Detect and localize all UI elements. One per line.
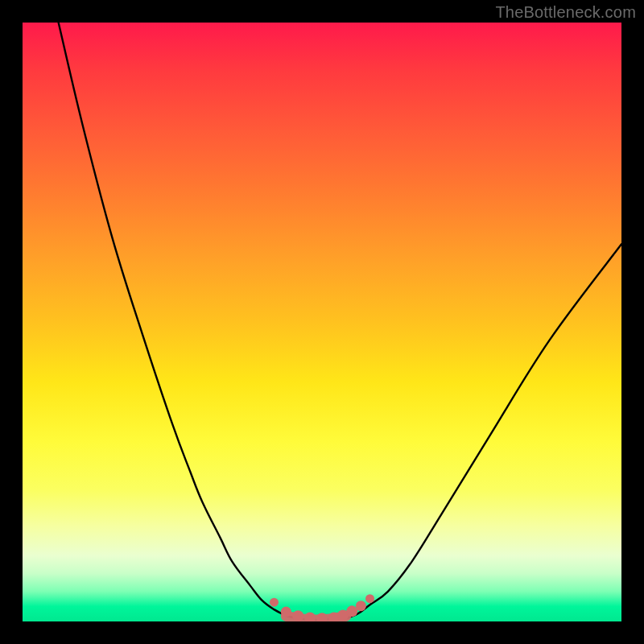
outer-frame: TheBottleneck.com <box>0 0 644 644</box>
highlight-dot <box>292 610 303 621</box>
curve-layer <box>23 23 621 621</box>
highlight-dot <box>270 598 279 607</box>
highlight-dot <box>365 594 374 603</box>
curve-group <box>59 23 621 620</box>
plot-area <box>23 23 621 621</box>
highlight-dot <box>304 613 316 621</box>
curve-left-curve <box>59 23 299 618</box>
highlight-dot <box>281 607 291 617</box>
watermark-text: TheBottleneck.com <box>495 3 636 22</box>
highlight-dot <box>356 601 366 611</box>
highlight-dot <box>346 605 357 617</box>
marker-group <box>270 594 374 621</box>
curve-right-curve <box>346 244 621 618</box>
highlight-dot <box>316 613 328 621</box>
